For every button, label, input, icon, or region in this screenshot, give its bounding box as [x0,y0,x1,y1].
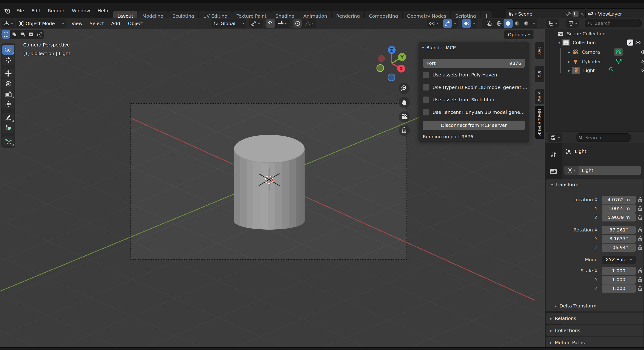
panel-collapse-icon[interactable]: ▾ [422,46,424,50]
transform-tool[interactable] [2,99,14,109]
gizmo-dropdown[interactable]: ▾ [452,19,458,28]
expand-icon[interactable]: ▸ [568,60,570,64]
lock-open-icon[interactable] [638,276,644,284]
sketchfab-checkbox-row[interactable]: Use assets from Sketchfab [423,97,494,103]
scale-z-field[interactable]: 1.000 [602,284,636,293]
annotate-tool[interactable] [2,113,14,123]
measure-tool[interactable] [2,123,14,133]
sidebar-tab-tool[interactable]: Tool [535,66,544,82]
select-subtract-button[interactable] [18,30,27,39]
lock-open-icon[interactable] [638,267,644,275]
rotate-tool[interactable] [2,79,14,89]
menu-edit[interactable]: Edit [28,3,44,18]
rotation-y-field[interactable]: 3.1637° [602,235,636,243]
outliner-row-collection[interactable]: ▾ Collection ✓ [545,38,644,47]
select-intersect-button[interactable] [35,30,44,39]
show-gizmo-toggle[interactable] [443,19,452,28]
hunyuan-checkbox-row[interactable]: Use Tencent Hunyuan 3D model gene… [423,109,525,116]
pan-hand-button[interactable] [398,97,410,108]
3d-viewport[interactable]: Options ▾ Camera Perspective (1) Collect… [0,29,545,347]
transform-orientation-selector[interactable]: Global ▾ [211,19,246,28]
outliner-row-cylinder[interactable]: ▸ ▼ Cylinder [545,57,644,66]
overlays-dropdown[interactable]: ▾ [471,19,477,28]
checkbox-unchecked-icon[interactable] [423,84,429,91]
tool-properties-tab[interactable] [545,149,562,160]
location-x-field[interactable]: 4.0762 m [602,196,636,204]
rotation-mode-selector[interactable]: XYZ Euler ▾ [602,256,636,264]
object-type-visibility-selector[interactable]: ▾ [427,19,445,28]
disconnect-button[interactable]: Disconnect from MCP server [423,121,525,130]
lock-open-icon[interactable] [638,213,644,221]
lock-open-icon[interactable] [638,226,644,234]
viewport-menu-view[interactable]: View [68,18,86,29]
outliner-row-scene-collection[interactable]: Scene Collection [545,29,644,38]
editor-type-selector[interactable]: ▾ [2,19,15,28]
proportional-falloff-selector[interactable]: ▾ [302,19,316,28]
collapse-icon[interactable]: ▾ [558,41,560,45]
camera-view-button[interactable] [398,111,410,123]
scale-y-field[interactable]: 1.000 [602,276,636,284]
properties-search[interactable] [576,133,631,142]
blender-logo-icon[interactable] [2,7,12,14]
sidebar-tab-view[interactable]: View [535,89,544,104]
shading-dropdown[interactable]: ▾ [531,19,537,28]
cursor-tool[interactable] [2,55,14,65]
motion-paths-section[interactable]: ▸ Motion Paths [546,337,643,348]
outliner-display-mode-selector[interactable]: ▾ [546,19,559,28]
snap-target-selector[interactable]: ▾ [275,19,290,28]
delta-transform-section[interactable]: ▸ Delta Transform [555,303,596,309]
sidebar-tab-item[interactable]: Item [535,42,544,59]
gizmo-negative-y[interactable] [377,65,384,72]
collections-section[interactable]: ▸ Collections [546,325,643,336]
outliner-search[interactable] [585,19,642,28]
shading-solid-button[interactable] [504,19,512,28]
viewport-menu-object[interactable]: Object [125,18,146,29]
location-z-field[interactable]: 5.9039 m [602,213,636,221]
pivot-point-selector[interactable]: ▾ [249,19,263,28]
object-id-selector[interactable]: ▾ [564,166,578,175]
xray-toggle[interactable] [482,19,496,28]
gizmo-negative-x[interactable] [378,55,385,62]
panel-drag-handle-icon[interactable]: ∷∷ [519,44,525,50]
shading-rendered-button[interactable] [522,19,531,28]
show-overlays-toggle[interactable] [462,19,471,28]
menu-file[interactable]: File [12,3,28,18]
location-y-field[interactable]: 1.0055 m [602,204,636,213]
hide-eye-icon[interactable] [641,50,644,54]
shading-material-button[interactable] [512,19,522,28]
menu-help[interactable]: Help [94,3,112,18]
sidebar-tab-blendermcp[interactable]: BlenderMCP [535,106,544,139]
outliner-row-light[interactable]: ▸ Light [545,66,644,75]
move-tool[interactable] [2,69,14,78]
proportional-edit-toggle[interactable] [293,19,302,28]
hide-eye-icon[interactable] [641,68,644,73]
lock-open-icon[interactable] [638,204,644,213]
lock-open-icon[interactable] [638,235,644,243]
menu-render[interactable]: Render [44,3,68,18]
zoom-button[interactable] [398,83,410,94]
mode-selector[interactable]: Object Mode ▾ [16,19,66,28]
options-button[interactable]: Options ▾ [504,30,534,39]
port-field[interactable]: Port 9876 [423,59,525,68]
select-extend-button[interactable] [10,30,18,39]
checkbox-unchecked-icon[interactable] [423,97,429,103]
collection-exclude-checkbox[interactable]: ✓ [627,40,633,46]
viewport-menu-add[interactable]: Add [108,18,124,29]
snap-toggle[interactable] [266,19,275,28]
shading-wireframe-button[interactable] [494,19,504,28]
render-properties-tab[interactable] [545,166,562,177]
relations-section[interactable]: ▸ Relations [546,313,643,324]
hide-eye-icon[interactable] [641,60,644,64]
lock-open-icon[interactable] [638,244,644,252]
pin-icon[interactable] [566,12,571,17]
new-scene-copy-icon[interactable] [572,11,578,17]
scale-tool[interactable] [2,89,14,99]
viewport-menu-select[interactable]: Select [86,18,107,29]
expand-icon[interactable]: ▸ [568,68,570,73]
outliner-row-camera[interactable]: ▸ Camera [545,48,644,57]
menu-window[interactable]: Window [68,3,94,18]
scale-x-field[interactable]: 1.000 [602,267,636,275]
lock-open-icon[interactable] [638,196,644,204]
outliner-filter-button[interactable]: ▾ [566,19,579,28]
gizmo-negative-z[interactable] [388,74,395,81]
